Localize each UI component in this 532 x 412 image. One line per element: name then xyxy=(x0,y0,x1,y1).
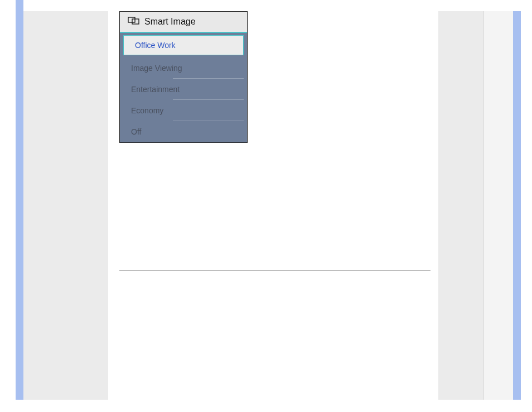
horizontal-divider xyxy=(119,270,431,271)
option-label: Economy xyxy=(131,106,163,115)
panel-options: Office Work Image Viewing Entertainment … xyxy=(120,35,247,142)
right-sidebar-1 xyxy=(438,11,484,400)
svg-rect-0 xyxy=(128,17,135,22)
option-label: Office Work xyxy=(135,41,176,50)
option-off[interactable]: Off xyxy=(120,121,247,142)
option-economy[interactable]: Economy xyxy=(120,100,247,121)
option-label: Entertainment xyxy=(131,85,180,94)
outer-right-band xyxy=(513,11,521,400)
option-image-viewing[interactable]: Image Viewing xyxy=(120,58,247,79)
smart-image-panel: Smart Image Office Work Image Viewing En… xyxy=(119,11,248,143)
left-sidebar xyxy=(23,11,108,400)
svg-rect-1 xyxy=(132,19,139,24)
panel-header: Smart Image xyxy=(120,12,247,33)
option-entertainment[interactable]: Entertainment xyxy=(120,79,247,100)
option-label: Image Viewing xyxy=(131,64,182,73)
smart-image-icon xyxy=(128,17,140,27)
outer-left-band xyxy=(16,0,23,400)
panel-title: Smart Image xyxy=(144,17,196,27)
option-label: Off xyxy=(131,127,141,136)
option-office-work[interactable]: Office Work xyxy=(123,35,244,55)
right-sidebar-2 xyxy=(484,11,513,400)
